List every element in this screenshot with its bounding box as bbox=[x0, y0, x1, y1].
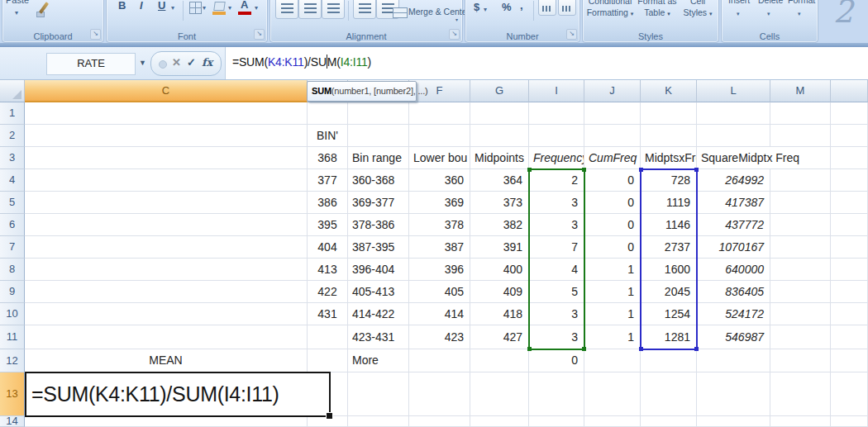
cell-N12[interactable] bbox=[831, 349, 868, 372]
decrease-indent-button[interactable] bbox=[353, 0, 376, 19]
column-header-N[interactable] bbox=[831, 80, 868, 102]
cell-G1[interactable] bbox=[470, 102, 529, 125]
row-header-6[interactable]: 6 bbox=[0, 214, 25, 236]
cell-M5[interactable] bbox=[770, 192, 831, 214]
cell-E12[interactable]: More bbox=[348, 349, 409, 372]
cell-C2[interactable] bbox=[25, 125, 308, 147]
cell-N14[interactable] bbox=[831, 416, 868, 427]
cell-C3[interactable] bbox=[25, 147, 308, 169]
accounting-format-button[interactable]: $ bbox=[474, 1, 479, 13]
cell-N8[interactable] bbox=[831, 259, 868, 281]
cell-N2[interactable] bbox=[831, 125, 868, 147]
row-header-13[interactable]: 13 bbox=[0, 372, 25, 416]
decrease-decimal-button[interactable] bbox=[558, 0, 576, 16]
percent-style-button[interactable]: % bbox=[502, 1, 512, 13]
cell-D8[interactable]: 413 bbox=[308, 259, 348, 281]
cell-C6[interactable] bbox=[25, 214, 308, 236]
cell-M12[interactable] bbox=[770, 349, 831, 372]
row-header-11[interactable]: 11 bbox=[0, 325, 25, 349]
cell-F4[interactable]: 360 bbox=[409, 169, 470, 192]
cell-L2[interactable] bbox=[697, 125, 770, 147]
cell-I11[interactable]: 3 bbox=[529, 325, 584, 349]
row-header-3[interactable]: 3 bbox=[0, 147, 25, 169]
cell-G5[interactable]: 373 bbox=[470, 192, 529, 214]
column-header-C[interactable]: C bbox=[25, 80, 308, 102]
cell-I4[interactable]: 2 bbox=[529, 169, 584, 192]
align-right-button[interactable] bbox=[322, 0, 345, 19]
cell-N10[interactable] bbox=[831, 303, 868, 325]
cell-F2[interactable] bbox=[409, 125, 470, 147]
cell-J8[interactable]: 1 bbox=[584, 259, 641, 281]
merge-center-icon[interactable] bbox=[393, 7, 408, 18]
cell-J3[interactable]: CumFreq bbox=[584, 147, 641, 169]
cell-C5[interactable] bbox=[25, 192, 308, 214]
fill-color-dropdown-icon[interactable]: ▾ bbox=[228, 4, 231, 12]
format-dropdown-icon[interactable]: ▾ bbox=[798, 11, 801, 17]
cell-E10[interactable]: 414-422 bbox=[348, 303, 409, 325]
cell-C8[interactable] bbox=[25, 259, 308, 281]
bold-button[interactable]: B bbox=[118, 0, 126, 12]
row-header-1[interactable]: 1 bbox=[0, 102, 25, 125]
cell-J1[interactable] bbox=[584, 102, 641, 125]
cell-I6[interactable]: 3 bbox=[529, 214, 584, 236]
cell-L9[interactable]: 836405 bbox=[697, 281, 770, 303]
cell-E4[interactable]: 360-368 bbox=[348, 169, 409, 192]
cell-E9[interactable]: 405-413 bbox=[348, 281, 409, 303]
cell-J2[interactable] bbox=[584, 125, 641, 147]
cell-N13[interactable] bbox=[831, 372, 868, 416]
cell-styles-button[interactable]: Cell Styles ▾ bbox=[679, 0, 717, 20]
cell-F7[interactable]: 387 bbox=[409, 236, 470, 259]
cell-J7[interactable]: 0 bbox=[584, 236, 641, 259]
cell-M7[interactable] bbox=[770, 236, 831, 259]
italic-button[interactable]: I bbox=[140, 0, 143, 12]
cell-K8[interactable]: 1600 bbox=[641, 259, 697, 281]
cell-N5[interactable] bbox=[831, 192, 868, 214]
cell-G11[interactable]: 427 bbox=[470, 325, 529, 349]
cell-E13[interactable] bbox=[348, 372, 409, 416]
cell-J6[interactable]: 0 bbox=[584, 214, 641, 236]
borders-dropdown-icon[interactable]: ▾ bbox=[203, 4, 206, 12]
cell-M13[interactable] bbox=[770, 372, 831, 416]
merge-center-button[interactable]: Merge & Center bbox=[408, 7, 470, 17]
cell-D6[interactable]: 395 bbox=[308, 214, 348, 236]
cell-M9[interactable] bbox=[770, 281, 831, 303]
cell-N4[interactable] bbox=[831, 169, 868, 192]
cell-C1[interactable] bbox=[25, 102, 308, 125]
increase-decimal-button[interactable] bbox=[538, 0, 556, 16]
merge-center-dropdown-icon[interactable]: ▾ bbox=[455, 17, 458, 22]
cell-E1[interactable] bbox=[348, 102, 409, 125]
cell-G12[interactable] bbox=[470, 349, 529, 372]
column-header-I[interactable]: I bbox=[529, 80, 584, 102]
cell-N9[interactable] bbox=[831, 281, 868, 303]
cell-I10[interactable]: 3 bbox=[529, 303, 584, 325]
cell-I12[interactable]: 0 bbox=[529, 349, 584, 372]
cell-M4[interactable] bbox=[770, 169, 831, 192]
cell-N1[interactable] bbox=[831, 102, 868, 125]
cell-J12[interactable] bbox=[584, 349, 641, 372]
cell-E3[interactable]: Bin range bbox=[348, 147, 409, 169]
cancel-icon[interactable]: ✕ bbox=[172, 56, 181, 69]
cell-K7[interactable]: 2737 bbox=[641, 236, 697, 259]
cell-I1[interactable] bbox=[529, 102, 584, 125]
cell-N11[interactable] bbox=[831, 325, 868, 349]
row-header-4[interactable]: 4 bbox=[0, 169, 25, 192]
number-dialog-launcher-icon[interactable]: ↘ bbox=[566, 29, 577, 40]
cell-G8[interactable]: 400 bbox=[470, 259, 529, 281]
select-all-button[interactable] bbox=[0, 80, 25, 102]
row-header-8[interactable]: 8 bbox=[0, 259, 25, 281]
paste-button[interactable]: Paste bbox=[6, 0, 29, 5]
comma-style-button[interactable]: , bbox=[520, 0, 523, 12]
column-header-L[interactable]: L bbox=[697, 80, 770, 102]
cell-D4[interactable]: 377 bbox=[308, 169, 348, 192]
cell-D5[interactable]: 386 bbox=[308, 192, 348, 214]
cell-E8[interactable]: 396-404 bbox=[348, 259, 409, 281]
cell-K10[interactable]: 1254 bbox=[641, 303, 697, 325]
cell-K11[interactable]: 1281 bbox=[641, 325, 697, 349]
fill-handle[interactable] bbox=[326, 412, 333, 420]
cell-F3[interactable]: Lower bou bbox=[409, 147, 470, 169]
cell-L12[interactable] bbox=[697, 349, 770, 372]
clipboard-dialog-launcher-icon[interactable]: ↘ bbox=[90, 29, 101, 40]
cell-M8[interactable] bbox=[770, 259, 831, 281]
cell-C9[interactable] bbox=[25, 281, 308, 303]
name-box[interactable]: RATE bbox=[46, 53, 136, 75]
